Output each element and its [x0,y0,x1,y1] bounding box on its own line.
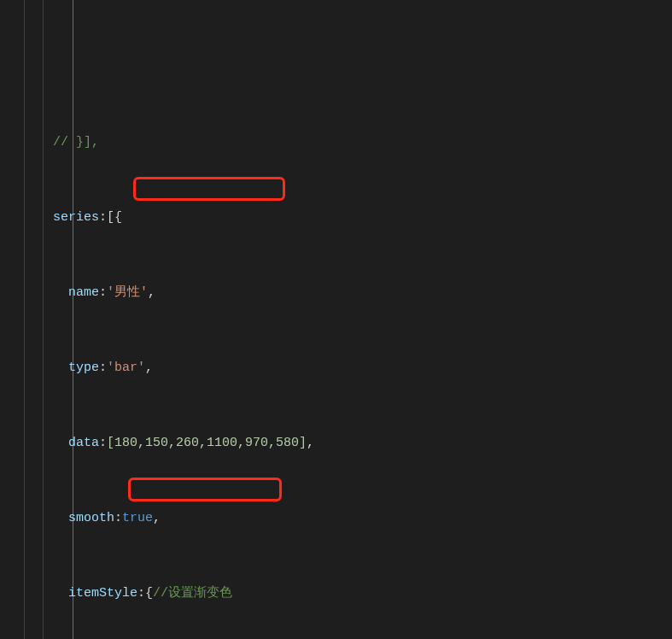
code-line: data:[180,150,260,1100,970,580], [0,434,672,453]
code-line: itemStyle:{//设置渐变色 [0,584,672,603]
code-line: // }], [0,133,672,152]
code-line: type:'bar', [0,359,672,378]
code-line: name:'男性', [0,284,672,302]
annotation-box-2 [128,478,282,501]
code-line: series:[{ [0,208,672,227]
code-line: smooth:true, [0,509,672,528]
code-editor[interactable]: // }], series:[{ name:'男性', type:'bar', … [0,0,672,639]
annotation-box-1 [133,177,285,201]
comment-text: // }], [53,135,99,149]
